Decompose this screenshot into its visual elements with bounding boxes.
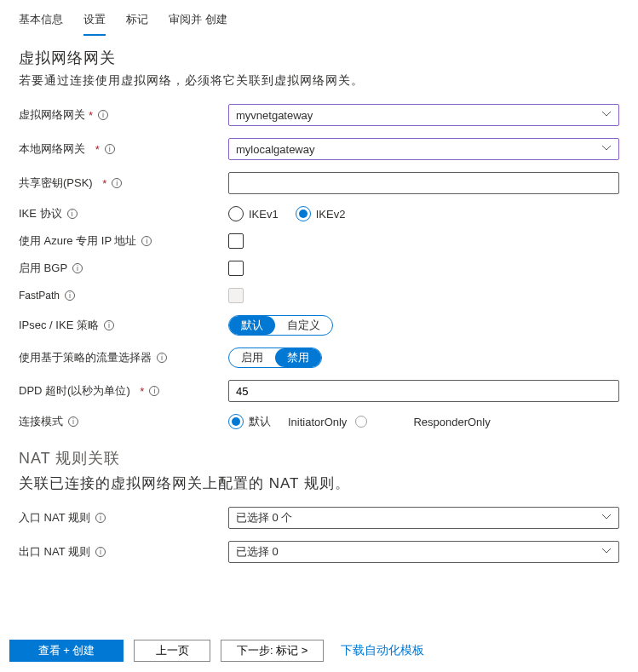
label-conn-mode: 连接模式 i [19, 414, 228, 429]
radio-ikev1[interactable]: IKEv1 [228, 206, 279, 221]
footer: 查看 + 创建 上一页 下一步: 标记 > 下载自动化模板 [9, 640, 638, 662]
label-private-ip: 使用 Azure 专用 IP 地址 i [19, 233, 228, 249]
row-fastpath: FastPath i [19, 288, 619, 303]
download-template-link[interactable]: 下载自动化模板 [341, 643, 424, 658]
radio-conn-responder[interactable]: ResponderOnly [413, 416, 490, 428]
row-nat-in: 入口 NAT 规则 i 已选择 0 个 [19, 507, 619, 529]
row-conn-mode: 连接模式 i 默认 InitiatorOnly ResponderOnly [19, 414, 619, 429]
label-dpd: DPD 超时(以秒为单位) * i [19, 383, 228, 399]
info-icon[interactable]: i [104, 320, 114, 330]
chevron-down-icon [601, 512, 612, 525]
label-local-gateway: 本地网络网关 * i [19, 141, 228, 157]
dpd-input[interactable] [228, 380, 619, 402]
info-icon[interactable]: i [112, 178, 122, 188]
label-traffic-selector: 使用基于策略的流量选择器 i [19, 350, 228, 365]
tab-bar: 基本信息 设置 标记 审阅并 创建 [0, 0, 638, 36]
review-create-button[interactable]: 查看 + 创建 [9, 640, 124, 662]
row-traffic-selector: 使用基于策略的流量选择器 i 启用 禁用 [19, 347, 619, 368]
traffic-disable[interactable]: 禁用 [275, 348, 321, 367]
row-nat-out: 出口 NAT 规则 i 已选择 0 [19, 541, 619, 563]
next-button[interactable]: 下一步: 标记 > [221, 640, 324, 662]
chevron-down-icon [601, 109, 612, 122]
tab-tags[interactable]: 标记 [126, 9, 148, 36]
label-bgp: 启用 BGP i [19, 261, 228, 276]
label-ipsec: IPsec / IKE 策略 i [19, 318, 228, 333]
info-icon[interactable]: i [95, 547, 106, 557]
nat-in-dropdown[interactable]: 已选择 0 个 [228, 507, 619, 529]
nat-desc: 关联已连接的虚拟网络网关上配置的 NAT 规则。 [19, 474, 619, 493]
radio-circle-icon [355, 416, 367, 428]
vnet-gateway-dropdown[interactable]: myvnetgateway [228, 104, 619, 126]
radio-conn-initiator-label: InitiatorOnly [288, 416, 347, 428]
label-vnet-gateway: 虚拟网络网关* i [19, 107, 228, 123]
chevron-down-icon [601, 546, 612, 559]
nat-title: NAT 规则关联 [19, 448, 619, 468]
nat-out-dropdown[interactable]: 已选择 0 [228, 541, 619, 563]
row-private-ip: 使用 Azure 专用 IP 地址 i [19, 233, 619, 249]
info-icon[interactable]: i [65, 290, 75, 301]
label-ike: IKE 协议 i [19, 206, 228, 221]
radio-conn-default-label: 默认 [249, 414, 271, 429]
ipsec-default[interactable]: 默认 [229, 316, 275, 335]
row-vnet-gateway: 虚拟网络网关* i myvnetgateway [19, 104, 619, 126]
radio-circle-icon [228, 206, 244, 221]
label-nat-out: 出口 NAT 规则 i [19, 544, 228, 560]
private-ip-checkbox[interactable] [228, 233, 244, 249]
tab-basic[interactable]: 基本信息 [19, 9, 63, 36]
fastpath-checkbox [228, 288, 244, 303]
traffic-toggle[interactable]: 启用 禁用 [228, 347, 322, 368]
ipsec-toggle[interactable]: 默认 自定义 [228, 315, 333, 336]
info-icon[interactable]: i [72, 263, 83, 273]
info-icon[interactable]: i [98, 110, 108, 120]
psk-input[interactable] [228, 172, 619, 194]
nat-out-value: 已选择 0 [236, 544, 279, 560]
section-title: 虚拟网络网关 [19, 48, 619, 68]
info-icon[interactable]: i [95, 513, 106, 523]
info-icon[interactable]: i [149, 386, 159, 396]
info-icon[interactable]: i [67, 209, 78, 219]
info-icon[interactable]: i [141, 236, 152, 246]
label-nat-in: 入口 NAT 规则 i [19, 510, 228, 526]
section-desc: 若要通过连接使用虚拟网络，必须将它关联到虚拟网络网关。 [19, 73, 619, 89]
radio-ikev2-label: IKEv2 [316, 208, 346, 221]
bgp-checkbox[interactable] [228, 261, 244, 276]
nat-in-value: 已选择 0 个 [236, 510, 292, 526]
row-local-gateway: 本地网络网关 * i mylocalgateway [19, 138, 619, 160]
traffic-enable[interactable]: 启用 [229, 348, 275, 367]
row-dpd: DPD 超时(以秒为单位) * i [19, 380, 619, 402]
radio-ikev2[interactable]: IKEv2 [296, 206, 346, 221]
local-gateway-dropdown[interactable]: mylocalgateway [228, 138, 619, 160]
chevron-down-icon [601, 143, 612, 156]
row-ike: IKE 协议 i IKEv1 IKEv2 [19, 206, 619, 221]
vnet-gateway-value: myvnetgateway [236, 109, 313, 122]
tab-settings[interactable]: 设置 [83, 9, 106, 36]
local-gateway-value: mylocalgateway [236, 143, 315, 156]
radio-circle-icon [228, 414, 244, 429]
radio-ikev1-label: IKEv1 [249, 208, 279, 221]
ipsec-custom[interactable]: 自定义 [275, 316, 332, 335]
prev-button[interactable]: 上一页 [134, 640, 210, 662]
radio-conn-initiator[interactable]: InitiatorOnly [288, 416, 367, 428]
row-ipsec: IPsec / IKE 策略 i 默认 自定义 [19, 315, 619, 336]
main-content: 虚拟网络网关 若要通过连接使用虚拟网络，必须将它关联到虚拟网络网关。 虚拟网络网… [0, 36, 638, 563]
radio-circle-icon [296, 206, 311, 221]
tab-review[interactable]: 审阅并 创建 [169, 9, 227, 36]
label-fastpath: FastPath i [19, 290, 228, 302]
info-icon[interactable]: i [105, 144, 115, 154]
info-icon[interactable]: i [68, 416, 78, 427]
label-psk: 共享密钥(PSK) * i [19, 175, 228, 191]
radio-conn-default[interactable]: 默认 [228, 414, 271, 429]
row-bgp: 启用 BGP i [19, 261, 619, 276]
row-psk: 共享密钥(PSK) * i [19, 172, 619, 194]
info-icon[interactable]: i [157, 353, 167, 363]
